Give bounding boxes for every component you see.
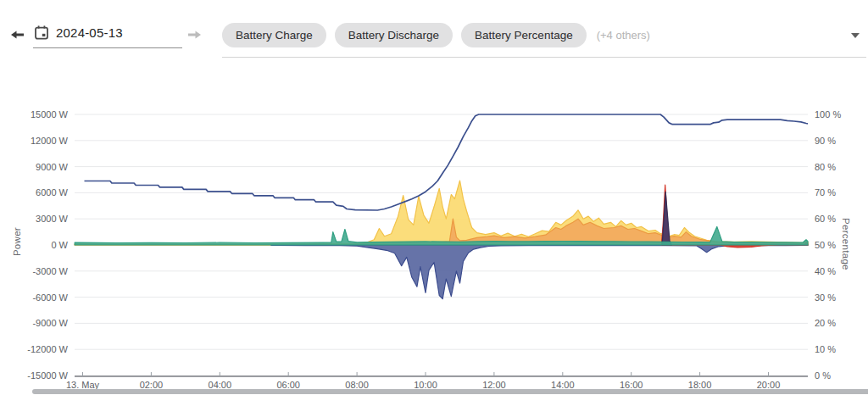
series-multiselect[interactable]: Battery Charge Battery Discharge Battery… xyxy=(222,23,866,58)
chart-plot-area[interactable] xyxy=(0,0,868,395)
series-battery-percentage-line[interactable] xyxy=(85,114,809,210)
horizontal-scrollbar[interactable] xyxy=(32,389,868,394)
next-day-button[interactable] xyxy=(187,29,202,41)
chevron-down-icon[interactable] xyxy=(851,33,860,38)
series-yellow-area[interactable] xyxy=(75,181,808,245)
chip-battery-discharge[interactable]: Battery Discharge xyxy=(335,23,453,47)
arrow-right-icon xyxy=(187,29,202,41)
series-battery-charge-area[interactable] xyxy=(271,245,808,299)
date-navigation: 2024-05-13 xyxy=(10,24,202,48)
date-input[interactable]: 2024-05-13 xyxy=(33,24,182,48)
chip-battery-charge[interactable]: Battery Charge xyxy=(222,23,326,47)
others-count-label: (+4 others) xyxy=(597,29,650,42)
previous-day-button[interactable] xyxy=(10,29,25,41)
battery-dashboard-page: { "header": { "date_value": "2024-05-13"… xyxy=(0,0,868,395)
chip-battery-percentage[interactable]: Battery Percentage xyxy=(461,23,587,47)
date-value: 2024-05-13 xyxy=(56,25,123,40)
arrow-left-icon xyxy=(10,29,25,41)
calendar-icon xyxy=(35,25,48,40)
